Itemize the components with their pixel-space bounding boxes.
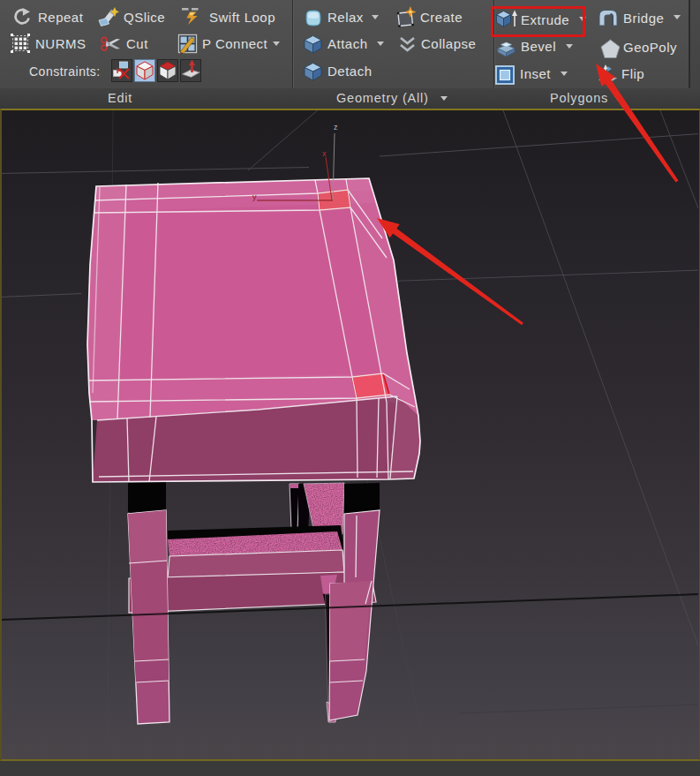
svg-text:y: y (252, 192, 257, 201)
svg-text:x: x (322, 149, 327, 158)
svg-text:z: z (334, 123, 338, 132)
